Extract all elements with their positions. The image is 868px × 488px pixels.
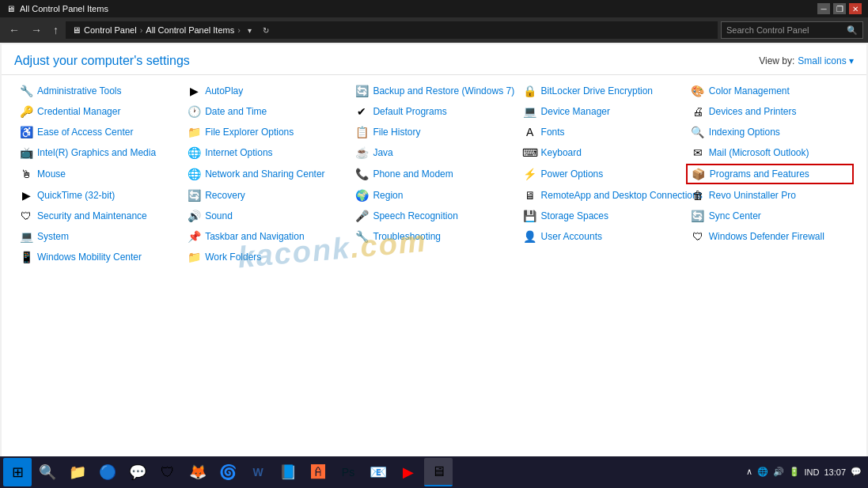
item-label: Internet Options <box>205 147 272 158</box>
word-icon[interactable]: W <box>244 458 272 486</box>
control-panel-item[interactable]: ♿Ease of Access Center <box>14 123 182 142</box>
item-icon: 📦 <box>692 168 705 180</box>
item-label: Mail (Microsoft Outlook) <box>709 147 809 158</box>
control-panel-item[interactable]: ✉Mail (Microsoft Outlook) <box>686 143 854 162</box>
control-panel-item[interactable]: 🌐Internet Options <box>182 143 350 162</box>
path-dropdown[interactable]: ▾ <box>244 25 256 36</box>
control-panel-item[interactable]: 📌Taskbar and Navigation <box>182 227 350 246</box>
control-panel-item[interactable]: 🔑Credential Manager <box>14 102 182 121</box>
control-panel-item[interactable]: 🔒BitLocker Drive Encryption <box>518 81 686 100</box>
search-taskbar[interactable]: 🔍 <box>33 458 62 486</box>
path-separator-2: › <box>237 25 241 35</box>
control-panel-item[interactable]: 📞Phone and Modem <box>350 164 517 184</box>
control-panel-item[interactable]: 🎨Color Management <box>686 81 854 100</box>
item-label: Windows Mobility Center <box>37 252 142 263</box>
address-bar: ← → ↑ 🖥 Control Panel › All Control Pane… <box>0 17 868 43</box>
control-panel-item[interactable]: ▶AutoPlay <box>182 81 350 100</box>
media-icon[interactable]: ▶ <box>394 458 423 486</box>
control-panel-item[interactable]: ⚡Power Options <box>518 164 686 184</box>
control-panel-item[interactable]: 💻Device Manager <box>518 102 686 121</box>
back-button[interactable]: ← <box>5 22 24 38</box>
photoshop-icon[interactable]: Ps <box>334 458 362 486</box>
control-panel-item[interactable]: 🔊Sound <box>182 206 350 225</box>
control-panel-item[interactable]: 💻System <box>14 227 182 246</box>
minimize-button[interactable]: ─ <box>817 3 830 14</box>
ai-icon[interactable]: 🅰 <box>304 458 332 486</box>
control-panel-item[interactable]: 📱Windows Mobility Center <box>14 248 182 267</box>
item-label: Security and Maintenance <box>37 210 147 221</box>
control-panel-item[interactable]: 📁File Explorer Options <box>182 123 350 142</box>
restore-button[interactable]: ❐ <box>833 3 846 14</box>
address-path[interactable]: 🖥 Control Panel › All Control Panel Item… <box>66 21 718 39</box>
battery-icon: 🔋 <box>789 467 800 477</box>
item-label: Date and Time <box>205 106 267 117</box>
control-panel-item[interactable]: 🔧Administrative Tools <box>14 81 182 100</box>
file-explorer-taskbar[interactable]: 📁 <box>63 458 92 486</box>
edge-icon[interactable]: 🌀 <box>214 458 242 486</box>
control-panel-item[interactable]: ▶QuickTime (32-bit) <box>14 186 182 205</box>
control-panel-item[interactable]: 🌐Network and Sharing Center <box>182 164 350 184</box>
control-panel-item[interactable]: 📁Work Folders <box>182 248 350 267</box>
item-label: Sync Center <box>709 210 761 221</box>
item-icon: ▶ <box>188 85 200 97</box>
close-button[interactable]: ✕ <box>849 3 862 14</box>
control-panel-item[interactable]: 👤User Accounts <box>518 227 686 246</box>
item-icon: 🛡 <box>692 230 704 243</box>
mail-icon[interactable]: 📧 <box>364 458 392 486</box>
view-by-option[interactable]: Small icons ▾ <box>798 55 854 66</box>
item-icon: ⚡ <box>524 168 536 180</box>
control-panel-item[interactable]: 🔄Sync Center <box>686 206 854 225</box>
control-panel-item[interactable]: 🛡Windows Defender Firewall <box>686 227 854 246</box>
item-icon: 📌 <box>188 230 200 243</box>
control-panel-item[interactable]: 🎤Speech Recognition <box>350 206 517 225</box>
control-panel-item[interactable]: 🖱Mouse <box>14 164 182 184</box>
item-icon: 🔄 <box>355 85 368 97</box>
control-panel-item[interactable]: 🔄Backup and Restore (Windows 7) <box>350 81 517 100</box>
control-panel-item[interactable]: ✔Default Programs <box>350 102 517 121</box>
forward-button[interactable]: → <box>27 22 46 38</box>
control-panel-item[interactable]: 🔍Indexing Options <box>686 123 854 142</box>
path-icon: 🖥 <box>72 25 81 35</box>
vscode-icon[interactable]: 📘 <box>274 458 302 486</box>
item-label: BitLocker Drive Encryption <box>541 85 653 96</box>
control-panel-item[interactable]: 🖨Devices and Printers <box>686 102 854 121</box>
system-clock[interactable]: 13:07 <box>824 467 846 478</box>
control-panel-item[interactable]: 📺Intel(R) Graphics and Media <box>14 143 182 162</box>
control-panel-item[interactable]: 💾Storage Spaces <box>518 206 686 225</box>
control-panel-item[interactable]: 🌍Region <box>350 186 517 205</box>
control-panel-item[interactable]: ⌨Keyboard <box>518 143 686 162</box>
control-panel-item[interactable]: 🖥RemoteApp and Desktop Connections <box>518 186 686 205</box>
item-label: Troubleshooting <box>373 231 441 242</box>
control-panel-item[interactable]: 🔄Recovery <box>182 186 350 205</box>
whatsapp-icon[interactable]: 💬 <box>123 458 152 486</box>
path-segment-1[interactable]: Control Panel <box>84 25 137 35</box>
volume-icon[interactable]: 🔊 <box>773 467 784 477</box>
refresh-button[interactable]: ↻ <box>259 25 273 36</box>
item-label: Region <box>373 190 403 201</box>
start-button[interactable]: ⊞ <box>3 458 32 486</box>
control-panel-item[interactable]: AFonts <box>518 123 686 142</box>
item-icon: 🔄 <box>188 189 200 202</box>
control-panel-item[interactable]: 🔧Troubleshooting <box>350 227 517 246</box>
tray-chevron[interactable]: ∧ <box>746 467 752 477</box>
control-panel-item[interactable]: 📋File History <box>350 123 517 142</box>
control-panel-item[interactable]: 🗑Revo Uninstaller Pro <box>686 186 854 205</box>
firefox-icon[interactable]: 🦊 <box>184 458 212 486</box>
item-icon: 📺 <box>20 146 32 159</box>
item-icon: 🕐 <box>188 105 200 118</box>
control-panel-item[interactable]: 🛡Security and Maintenance <box>14 206 182 225</box>
control-panel-item[interactable]: 📦Programs and Features <box>686 164 854 184</box>
up-button[interactable]: ↑ <box>49 22 63 38</box>
control-panel-item[interactable]: 🕐Date and Time <box>182 102 350 121</box>
search-box[interactable]: Search Control Panel 🔍 <box>721 21 863 39</box>
search-icon[interactable]: 🔍 <box>847 25 858 36</box>
item-icon: A <box>524 126 536 138</box>
item-label: RemoteApp and Desktop Connections <box>541 190 703 201</box>
shield-taskbar[interactable]: 🛡 <box>154 458 182 486</box>
chrome-icon[interactable]: 🔵 <box>93 458 122 486</box>
control-panel-item[interactable]: ☕Java <box>350 143 517 162</box>
path-segment-2[interactable]: All Control Panel Items <box>146 25 234 35</box>
control-panel-active[interactable]: 🖥 <box>424 458 453 486</box>
notification-icon[interactable]: 💬 <box>851 467 862 477</box>
item-label: Recovery <box>205 190 245 201</box>
